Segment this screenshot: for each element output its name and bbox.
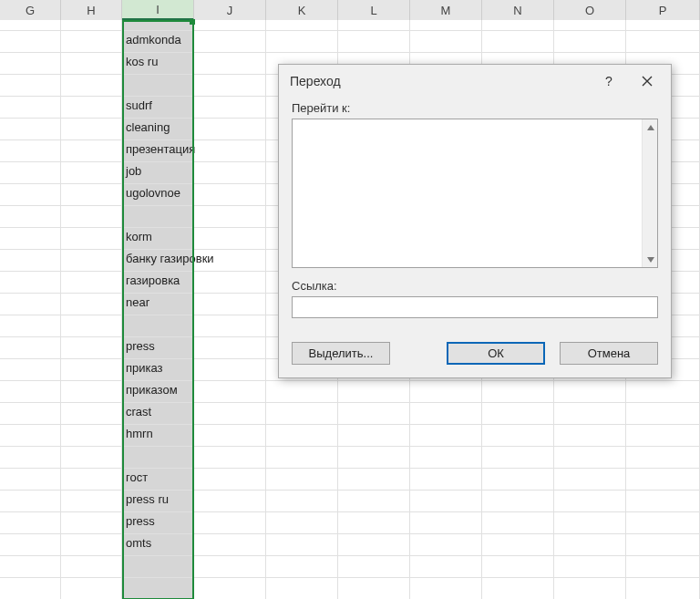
- cell[interactable]: [482, 425, 554, 447]
- cell[interactable]: [482, 381, 554, 403]
- cell[interactable]: [194, 294, 266, 315]
- cell[interactable]: [61, 206, 122, 228]
- cell[interactable]: [0, 31, 61, 53]
- cell[interactable]: [0, 75, 61, 97]
- cell[interactable]: omts: [122, 534, 194, 556]
- cell[interactable]: [482, 512, 554, 534]
- cell[interactable]: [122, 447, 194, 469]
- cell[interactable]: [410, 20, 482, 31]
- cell[interactable]: [61, 75, 122, 97]
- cell[interactable]: [410, 381, 482, 403]
- cell[interactable]: [0, 512, 61, 534]
- cell[interactable]: [266, 469, 338, 491]
- cell[interactable]: [0, 97, 61, 119]
- cell[interactable]: газировка: [122, 272, 194, 294]
- cell[interactable]: [266, 403, 338, 425]
- cell[interactable]: [626, 381, 700, 403]
- cell[interactable]: [0, 206, 61, 228]
- cell[interactable]: [482, 403, 554, 425]
- cell[interactable]: [61, 294, 122, 315]
- column-header-G[interactable]: G: [0, 0, 61, 20]
- cell[interactable]: [554, 512, 626, 534]
- cell[interactable]: [61, 228, 122, 250]
- cell[interactable]: [482, 534, 554, 556]
- cell[interactable]: hmrn: [122, 425, 194, 447]
- reference-input[interactable]: [292, 296, 658, 318]
- cell[interactable]: [61, 512, 122, 534]
- cell[interactable]: [61, 469, 122, 491]
- cell[interactable]: [194, 228, 266, 250]
- cell[interactable]: [0, 447, 61, 469]
- cell[interactable]: [61, 337, 122, 359]
- cell[interactable]: [61, 491, 122, 512]
- cell[interactable]: press: [122, 337, 194, 359]
- help-icon[interactable]: ?: [592, 70, 625, 92]
- cell[interactable]: [410, 491, 482, 512]
- close-icon[interactable]: [631, 70, 664, 92]
- column-header-I[interactable]: I: [122, 0, 194, 20]
- cell[interactable]: [338, 556, 410, 578]
- cell[interactable]: [266, 578, 338, 599]
- cell[interactable]: [0, 337, 61, 359]
- cell[interactable]: [482, 469, 554, 491]
- cell[interactable]: [266, 556, 338, 578]
- cell[interactable]: [410, 425, 482, 447]
- cell[interactable]: [61, 578, 122, 599]
- scroll-down-icon[interactable]: [643, 252, 658, 267]
- cell[interactable]: crast: [122, 403, 194, 425]
- cell[interactable]: [122, 206, 194, 228]
- cell[interactable]: [61, 381, 122, 403]
- cell[interactable]: [410, 403, 482, 425]
- cell[interactable]: [61, 534, 122, 556]
- cell[interactable]: [482, 556, 554, 578]
- column-header-N[interactable]: N: [482, 0, 554, 20]
- cell[interactable]: [194, 315, 266, 337]
- cell[interactable]: [122, 315, 194, 337]
- cell[interactable]: [0, 403, 61, 425]
- cell[interactable]: [122, 556, 194, 578]
- cell[interactable]: [61, 119, 122, 140]
- cell[interactable]: [61, 403, 122, 425]
- cell[interactable]: [266, 381, 338, 403]
- cancel-button[interactable]: Отмена: [560, 342, 658, 365]
- cell[interactable]: [0, 184, 61, 206]
- cell[interactable]: [626, 469, 700, 491]
- cell[interactable]: [0, 469, 61, 491]
- cell[interactable]: [410, 534, 482, 556]
- cell[interactable]: [626, 578, 700, 599]
- scroll-up-icon[interactable]: [643, 119, 658, 135]
- cell[interactable]: [482, 578, 554, 599]
- cell[interactable]: [0, 140, 61, 162]
- cell[interactable]: [0, 294, 61, 315]
- column-header-O[interactable]: O: [554, 0, 626, 20]
- cell[interactable]: [554, 534, 626, 556]
- cell[interactable]: [626, 491, 700, 512]
- cell[interactable]: [61, 272, 122, 294]
- cell[interactable]: [61, 162, 122, 184]
- cell[interactable]: [266, 534, 338, 556]
- cell[interactable]: [122, 20, 194, 31]
- cell[interactable]: [554, 20, 626, 31]
- cell[interactable]: [194, 337, 266, 359]
- cell[interactable]: [61, 140, 122, 162]
- column-header-M[interactable]: M: [410, 0, 482, 20]
- cell[interactable]: [61, 425, 122, 447]
- goto-listbox[interactable]: [292, 119, 658, 268]
- cell[interactable]: [194, 206, 266, 228]
- cell[interactable]: [0, 162, 61, 184]
- cell[interactable]: [338, 469, 410, 491]
- cell[interactable]: [410, 512, 482, 534]
- cell[interactable]: [0, 20, 61, 31]
- dialog-titlebar[interactable]: Переход ?: [279, 65, 671, 98]
- cell[interactable]: [338, 512, 410, 534]
- cell[interactable]: [194, 140, 266, 162]
- cell[interactable]: презентация: [122, 140, 194, 162]
- cell[interactable]: [61, 447, 122, 469]
- cell[interactable]: [338, 381, 410, 403]
- cell[interactable]: [194, 512, 266, 534]
- cell[interactable]: press ru: [122, 491, 194, 512]
- cell[interactable]: [338, 491, 410, 512]
- cell[interactable]: [194, 359, 266, 381]
- cell[interactable]: [61, 556, 122, 578]
- cell[interactable]: [266, 31, 338, 53]
